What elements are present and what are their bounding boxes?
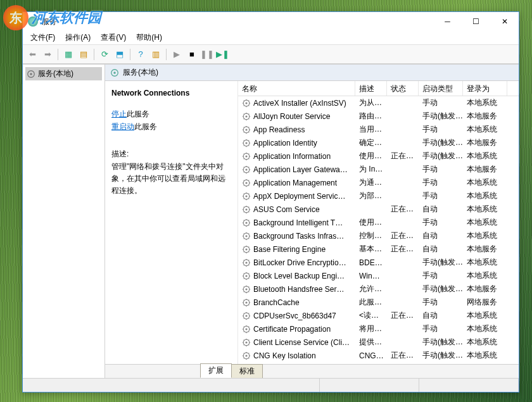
column-logon[interactable]: 登录为 — [463, 81, 507, 96]
service-row[interactable]: Base Filtering Engine基本…正在…自动本地服务 — [238, 242, 519, 256]
service-row[interactable]: ActiveX Installer (AxInstSV)为从…手动本地系统 — [238, 96, 519, 110]
svg-point-27 — [245, 248, 247, 250]
description-text: 管理"网络和拨号连接"文件夹中对象，在其中你可以查看局域网和远程连接。 — [111, 161, 231, 198]
service-desc: 提供… — [355, 336, 387, 349]
svg-point-29 — [245, 261, 247, 263]
service-row[interactable]: CDPUserSvc_8b663d47<读…正在…自动本地系统 — [238, 309, 519, 322]
restart-service-button[interactable]: ▶❚ — [215, 47, 229, 61]
service-name: ActiveX Installer (AxInstSV) — [253, 99, 346, 108]
close-button[interactable]: ✕ — [490, 12, 519, 31]
service-startup: 手动 — [419, 96, 463, 110]
service-name: Base Filtering Engine — [253, 245, 326, 254]
tree-item-services-local[interactable]: 服务(本地) — [25, 67, 102, 80]
service-name: Background Tasks Infras… — [253, 232, 344, 241]
service-startup: 手动 — [419, 123, 463, 136]
service-row[interactable]: Bluetooth Handsfree Ser…允许…手动(触发…本地服务 — [238, 282, 519, 296]
titlebar[interactable]: 服务 ─ ☐ ✕ — [23, 12, 519, 31]
properties-button[interactable]: ▤ — [77, 47, 91, 61]
service-desc: 为从… — [355, 96, 387, 110]
column-startup[interactable]: 启动类型 — [419, 81, 463, 96]
service-logon: 网络服务 — [463, 296, 507, 309]
stop-service-link[interactable]: 停止 — [111, 110, 127, 118]
service-row[interactable]: CNG Key IsolationCNG…正在…手动(触发…本地系统 — [238, 349, 519, 362]
column-description[interactable]: 描述 — [355, 81, 387, 96]
gear-icon — [242, 351, 251, 360]
service-startup: 自动 — [419, 242, 463, 256]
service-row[interactable]: Certificate Propagation将用…手动本地系统 — [238, 322, 519, 336]
menu-action[interactable]: 操作(A) — [60, 31, 96, 44]
service-row[interactable]: AllJoyn Router Service路由…手动(触发…本地服务 — [238, 110, 519, 123]
gear-icon — [27, 70, 35, 79]
service-row[interactable]: BranchCache此服…手动网络服务 — [238, 296, 519, 309]
service-name: ASUS Com Service — [253, 205, 320, 214]
menu-view[interactable]: 查看(V) — [96, 31, 131, 44]
service-row[interactable]: Application Information使用…正在…手动(触发…本地系统 — [238, 149, 519, 163]
forward-button: ➡ — [41, 47, 54, 61]
service-logon: 本地系统 — [463, 123, 507, 136]
gear-icon — [110, 68, 119, 77]
menu-file[interactable]: 文件(F) — [25, 31, 60, 44]
service-status — [387, 328, 419, 330]
service-logon: 本地服务 — [463, 163, 507, 176]
service-row[interactable]: BitLocker Drive Encryptio…BDE…手动(触发…本地系统 — [238, 256, 519, 269]
gear-icon — [242, 192, 251, 201]
column-status[interactable]: 状态 — [387, 81, 419, 96]
minimize-button[interactable]: ─ — [433, 12, 462, 31]
service-logon: 本地系统 — [463, 336, 507, 349]
service-row[interactable]: Background Tasks Infras…控制…正在…自动本地系统 — [238, 229, 519, 242]
column-button[interactable]: ▥ — [149, 47, 163, 61]
service-desc: 基本… — [355, 242, 387, 256]
gear-icon — [242, 112, 251, 121]
service-desc: 确定… — [355, 136, 387, 149]
gear-icon — [242, 298, 251, 307]
service-row[interactable]: ASUS Com Service正在…自动本地系统 — [238, 203, 519, 216]
service-status — [387, 102, 419, 104]
selected-service-name: Network Connections — [111, 89, 231, 97]
gear-icon — [242, 272, 251, 280]
service-row[interactable]: Application Management为通…手动本地系统 — [238, 176, 519, 189]
service-list[interactable]: 名称 描述 状态 启动类型 登录为 ActiveX Installer (AxI… — [238, 81, 519, 364]
help-button[interactable]: ? — [134, 47, 148, 61]
tree-pane: 服务(本地) — [23, 65, 105, 378]
service-name: App Readiness — [253, 125, 305, 134]
column-name[interactable]: 名称 — [238, 81, 355, 96]
refresh-button[interactable]: ⬒ — [113, 47, 127, 61]
gear-icon — [242, 125, 251, 134]
pause-service-button: ❚❚ — [200, 47, 214, 61]
service-logon: 本地系统 — [463, 203, 507, 216]
description-label: 描述: — [111, 149, 231, 160]
back-button: ⬅ — [25, 47, 39, 61]
export-button[interactable]: ⟳ — [98, 47, 111, 61]
service-logon: 本地系统 — [463, 256, 507, 269]
service-name: Bluetooth Handsfree Ser… — [253, 285, 344, 294]
menu-help[interactable]: 帮助(H) — [131, 31, 167, 44]
tab-extended[interactable]: 扩展 — [200, 363, 232, 378]
service-startup: 手动(触发… — [419, 336, 463, 349]
service-row[interactable]: App Readiness当用…手动本地系统 — [238, 123, 519, 136]
restart-service-link[interactable]: 重启动 — [111, 122, 134, 131]
service-row[interactable]: AppX Deployment Servic…为部…手动本地系统 — [238, 189, 519, 203]
service-row[interactable]: Background Intelligent T…使用…手动本地系统 — [238, 216, 519, 229]
tab-standard[interactable]: 标准 — [231, 364, 263, 378]
svg-point-41 — [245, 341, 247, 343]
gear-icon — [242, 258, 251, 267]
show-hide-tree-button[interactable]: ▦ — [61, 47, 75, 61]
service-desc: Win… — [355, 270, 387, 282]
svg-point-11 — [245, 142, 247, 144]
stop-service-button[interactable]: ■ — [185, 47, 199, 61]
maximize-button[interactable]: ☐ — [462, 12, 490, 31]
svg-point-35 — [245, 301, 247, 303]
service-row[interactable]: Block Level Backup Engi…Win…手动本地系统 — [238, 269, 519, 282]
service-startup: 手动 — [419, 296, 463, 309]
service-status — [387, 182, 419, 184]
view-tabs: 扩展 标准 — [105, 364, 519, 378]
service-row[interactable]: Application Layer Gatewa…为 In…手动本地服务 — [238, 163, 519, 176]
service-logon: 本地服务 — [463, 282, 507, 296]
service-startup: 手动 — [419, 216, 463, 229]
svg-point-21 — [245, 208, 247, 210]
service-startup: 手动 — [419, 189, 463, 203]
service-row[interactable]: Application Identity确定…手动(触发…本地服务 — [238, 136, 519, 149]
service-desc: BDE… — [355, 257, 387, 268]
service-status — [387, 115, 419, 118]
service-row[interactable]: Client License Service (Cli…提供…手动(触发…本地系… — [238, 336, 519, 349]
